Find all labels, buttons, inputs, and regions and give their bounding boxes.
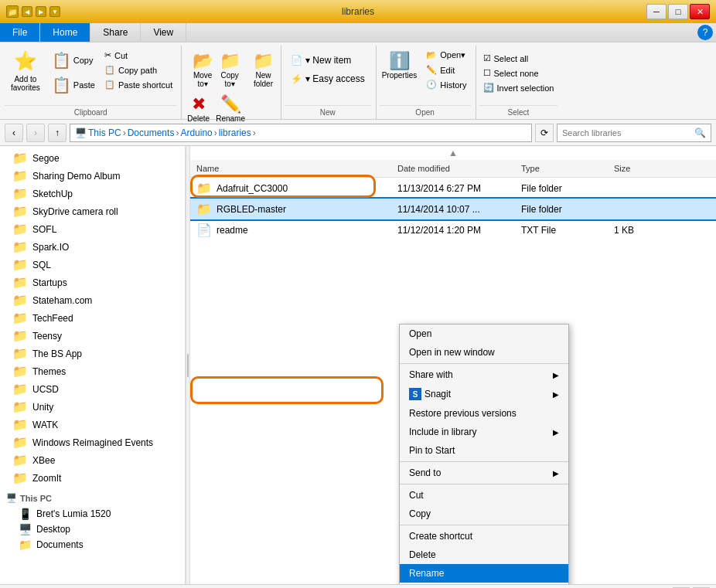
address-bar: ‹ › ↑ 🖥️ This PC › Documents › Arduino ›… bbox=[0, 120, 716, 146]
paste-shortcut-button[interactable]: 📋 Paste shortcut bbox=[101, 78, 176, 91]
txt-icon: 📄 bbox=[196, 223, 212, 237]
restore-button[interactable]: □ bbox=[668, 4, 688, 19]
easy-access-button[interactable]: ⚡ ▾ Easy access bbox=[285, 70, 371, 87]
sidebar-desktop[interactable]: 🖥️ Desktop bbox=[0, 522, 185, 537]
minimize-button[interactable]: ─ bbox=[646, 4, 667, 19]
cut-button[interactable]: ✂ Cut bbox=[101, 49, 176, 62]
new-folder-button[interactable]: 📁 Newfolder bbox=[251, 49, 276, 90]
ctx-send-to[interactable]: Send to ▶ bbox=[400, 464, 568, 482]
file-row-adafruit[interactable]: 📁 Adafruit_CC3000 11/13/2014 6:27 PM Fil… bbox=[190, 178, 716, 199]
col-name[interactable]: Name bbox=[190, 161, 391, 175]
breadcrumb-this-pc[interactable]: This PC bbox=[88, 127, 121, 138]
back-button[interactable]: ‹ bbox=[5, 124, 23, 142]
sidebar-item-watk[interactable]: 📁 WATK bbox=[0, 416, 185, 433]
col-type[interactable]: Type bbox=[515, 161, 608, 175]
paste-shortcut-icon: 📋 bbox=[104, 80, 115, 90]
cut-icon: ✂ bbox=[104, 50, 111, 60]
sidebar-item-the-bs-app[interactable]: 📁 The BS App bbox=[0, 345, 185, 362]
history-button[interactable]: 🕐 History bbox=[422, 78, 470, 91]
sidebar-item-unity[interactable]: 📁 Unity bbox=[0, 398, 185, 416]
copy-path-button[interactable]: 📋 Copy path bbox=[101, 63, 176, 76]
phone-icon: 📱 bbox=[19, 508, 32, 520]
sidebar-item-teensy[interactable]: 📁 Teensy bbox=[0, 327, 185, 345]
edit-button[interactable]: ✏️ Edit bbox=[422, 63, 470, 76]
copy-button[interactable]: 📋 Copy bbox=[48, 49, 99, 72]
ctx-share-with[interactable]: Share with ▶ bbox=[400, 365, 568, 384]
move-to-button[interactable]: 📂 Move to▾ bbox=[190, 49, 216, 90]
ctx-sep-1 bbox=[400, 363, 568, 364]
file-row-readme[interactable]: 📄 readme 11/12/2014 1:20 PM TXT File 1 K… bbox=[190, 219, 716, 240]
ctx-create-shortcut[interactable]: Create shortcut bbox=[400, 527, 568, 546]
help-button[interactable]: ? bbox=[697, 25, 713, 40]
select-none-button[interactable]: ☐ Select none bbox=[479, 66, 543, 80]
sidebar-documents[interactable]: 📁 Documents bbox=[0, 537, 185, 552]
ctx-copy[interactable]: Copy bbox=[400, 505, 568, 523]
sidebar-item-windows-reimagined[interactable]: 📁 Windows Reimagined Events bbox=[0, 433, 185, 451]
refresh-button[interactable]: ⟳ bbox=[535, 124, 554, 142]
sidebar-item-themes[interactable]: 📁 Themes bbox=[0, 362, 185, 380]
select-all-icon: ☑ bbox=[483, 53, 491, 63]
arrow-icon: ▶ bbox=[553, 390, 559, 399]
folder-icon: 📁 bbox=[12, 346, 28, 361]
sidebar-item-sofl[interactable]: 📁 SOFL bbox=[0, 220, 185, 238]
folder-icon: 📁 bbox=[12, 328, 28, 343]
sidebar-item-sharing-demo[interactable]: 📁 Sharing Demo Album bbox=[0, 167, 185, 185]
ctx-snagit[interactable]: S Snagit ▶ bbox=[400, 384, 568, 404]
sidebar-item-zoomit[interactable]: 📁 ZoomIt bbox=[0, 469, 185, 487]
properties-button[interactable]: ℹ️ Properties bbox=[380, 49, 420, 82]
col-size[interactable]: Size bbox=[608, 161, 670, 175]
breadcrumb-arduino[interactable]: Arduino bbox=[180, 127, 212, 138]
breadcrumb-libraries[interactable]: libraries bbox=[219, 127, 251, 138]
ctx-rename[interactable]: Rename bbox=[400, 564, 568, 583]
folder-icon: 📁 bbox=[12, 257, 28, 272]
new-item-button[interactable]: 📄 ▾ New item bbox=[285, 52, 357, 69]
tab-share[interactable]: Share bbox=[90, 23, 141, 42]
folder-icon: 📁 bbox=[12, 311, 28, 325]
sidebar-lumia[interactable]: 📱 Bret's Lumia 1520 bbox=[0, 506, 185, 522]
sidebar-item-sql[interactable]: 📁 SQL bbox=[0, 256, 185, 274]
tab-file[interactable]: File bbox=[0, 23, 40, 42]
quick-access-icon3: ▼ bbox=[49, 6, 60, 17]
this-pc-section: 🖥️ This PC bbox=[0, 490, 185, 506]
ctx-delete[interactable]: Delete bbox=[400, 546, 568, 564]
file-row-rgbled[interactable]: 📁 RGBLED-master 11/14/2014 10:07 ... Fil… bbox=[190, 199, 716, 219]
add-to-favorites-button[interactable]: ⭐ Add tofavorites bbox=[5, 46, 46, 95]
forward-button[interactable]: › bbox=[26, 124, 45, 142]
close-button[interactable]: ✕ bbox=[690, 4, 710, 19]
breadcrumb[interactable]: 🖥️ This PC › Documents › Arduino › libra… bbox=[70, 124, 532, 142]
folder-icon: 📁 bbox=[12, 364, 28, 379]
sidebar-item-techfeed[interactable]: 📁 TechFeed bbox=[0, 309, 185, 327]
breadcrumb-documents[interactable]: Documents bbox=[128, 127, 175, 138]
rename-button[interactable]: ✏️ Rename bbox=[213, 92, 247, 125]
title-bar: 📁 ◀ ▶ ▼ libraries ─ □ ✕ bbox=[0, 0, 716, 23]
search-input[interactable] bbox=[562, 128, 691, 138]
ctx-pin-start[interactable]: Pin to Start bbox=[400, 441, 568, 460]
copy-to-button[interactable]: 📁 Copy to▾ bbox=[217, 49, 243, 90]
sidebar-item-skydrive[interactable]: 📁 SkyDrive camera roll bbox=[0, 202, 185, 220]
ctx-open-new-window[interactable]: Open in new window bbox=[400, 343, 568, 362]
tab-home[interactable]: Home bbox=[40, 23, 90, 42]
sidebar-item-sparkio[interactable]: 📁 Spark.IO bbox=[0, 238, 185, 256]
delete-button[interactable]: ✖ Delete bbox=[185, 92, 212, 125]
ctx-cut[interactable]: Cut bbox=[400, 486, 568, 505]
select-none-icon: ☐ bbox=[483, 68, 491, 78]
sidebar-item-startups[interactable]: 📁 Startups bbox=[0, 274, 185, 291]
copy-to-icon: 📁 bbox=[220, 51, 240, 71]
sidebar-item-xbee[interactable]: 📁 XBee bbox=[0, 451, 185, 469]
file-area: ▲ Name Date modified Type Size 📁 Adafrui… bbox=[190, 146, 716, 584]
tab-view[interactable]: View bbox=[141, 23, 186, 42]
ctx-restore-versions[interactable]: Restore previous versions bbox=[400, 404, 568, 423]
new-label: New bbox=[285, 105, 371, 119]
sidebar-item-ucsd[interactable]: 📁 UCSD bbox=[0, 380, 185, 398]
sidebar-item-stateham[interactable]: 📁 Stateham.com bbox=[0, 291, 185, 309]
col-date[interactable]: Date modified bbox=[391, 161, 515, 175]
select-all-button[interactable]: ☑ Select all bbox=[479, 52, 533, 65]
up-button[interactable]: ↑ bbox=[48, 124, 66, 142]
sidebar-item-sketchup[interactable]: 📁 SketchUp bbox=[0, 185, 185, 202]
ctx-include-library[interactable]: Include in library ▶ bbox=[400, 423, 568, 441]
invert-selection-button[interactable]: 🔄 Invert selection bbox=[479, 81, 558, 94]
paste-button[interactable]: 📋 Paste bbox=[48, 73, 99, 97]
ctx-open[interactable]: Open bbox=[400, 325, 568, 343]
sidebar-item-segoe[interactable]: 📁 Segoe bbox=[0, 149, 185, 167]
open-button[interactable]: 📂 Open▾ bbox=[422, 49, 470, 62]
